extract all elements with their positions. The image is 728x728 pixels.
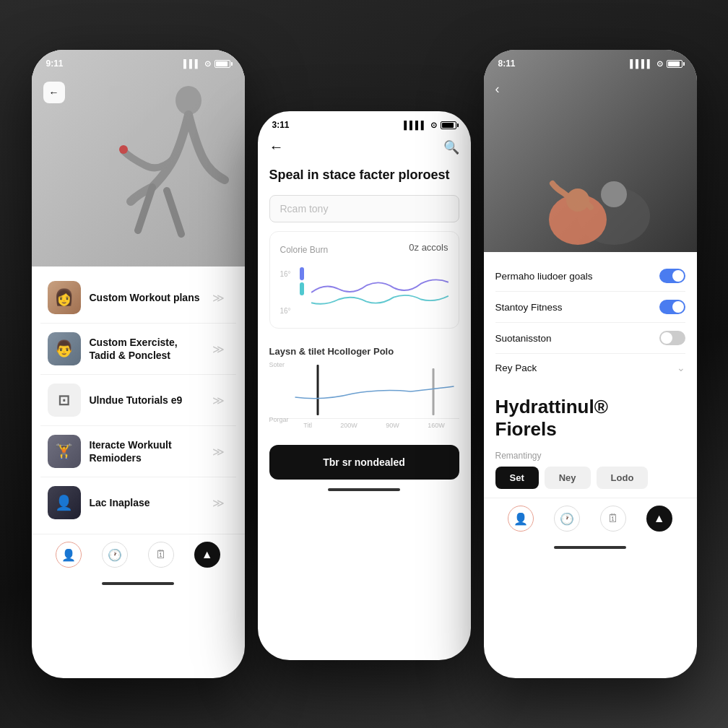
list-text-1: Custom Workout plans <box>90 291 200 304</box>
calorie-label: Colorie Burn <box>280 245 329 255</box>
toggle-row-2[interactable]: Stantoy Fitness <box>495 292 685 323</box>
svg-rect-2 <box>316 365 318 415</box>
toggle-label-4: Rey Pack <box>495 363 537 373</box>
middle-title-block: Speal in stace facter ploroest <box>258 164 471 195</box>
list-item-4[interactable]: 🏋 Iteracte Workuult Remioders ≫ <box>40 426 236 477</box>
phone-middle: 3:11 ▌▌▌▌ ⊙ ← 🔍 Speal in stace facter pl… <box>258 111 471 660</box>
variant-section: Remantingy Set Ney Lodo <box>484 445 697 498</box>
list-text-3: Ulndue Tutorials e9 <box>90 394 200 407</box>
chevron-icon-right: ⌄ <box>677 362 685 373</box>
cta-button[interactable]: Tbr sr nondealed <box>269 445 459 480</box>
bar-chart-container <box>269 361 459 419</box>
gym-people-svg <box>484 93 697 252</box>
chevron-icon-1: ≫ <box>209 287 229 308</box>
list-title-4: Iteracte Workuult Remioders <box>90 438 200 464</box>
variant-btn-ney[interactable]: Ney <box>545 467 591 489</box>
toggle-switch-2[interactable] <box>659 300 685 314</box>
x-labels: Titl 200W 90W 160W <box>269 422 459 429</box>
toggle-label-2: Stantoy Fitness <box>495 302 563 313</box>
line-chart <box>311 267 448 318</box>
toggle-row-1[interactable]: Permaho liudoer goals <box>495 261 685 292</box>
section-title-block: Laysn & tilet Hcolloger Polo <box>258 340 471 361</box>
home-indicator-middle <box>258 488 471 494</box>
status-icons-right: ▌▌▌▌ ⊙ <box>630 59 682 69</box>
avatar-3: ⊡ <box>48 384 81 417</box>
status-bar-middle: 3:11 ▌▌▌▌ ⊙ <box>258 111 471 133</box>
list-text-4: Iteracte Workuult Remioders <box>90 438 200 464</box>
chevron-icon-2: ≫ <box>209 339 229 359</box>
status-icons-left: ▌▌▌ ⊙ <box>183 59 230 69</box>
list-title-1: Custom Workout plans <box>90 291 200 304</box>
wifi-icon-right: ⊙ <box>656 59 663 69</box>
avatar-2: 👨 <box>48 332 81 365</box>
toggle-row-3[interactable]: Suotanisston <box>495 323 685 354</box>
middle-title: Speal in stace facter ploroest <box>269 167 459 183</box>
search-field-middle[interactable]: Rcam tony <box>269 195 459 222</box>
svg-point-5 <box>601 181 627 207</box>
toggle-switch-3[interactable] <box>659 331 685 345</box>
status-icons-middle: ▌▌▌▌ ⊙ <box>404 121 456 130</box>
avatar-1: 👩 <box>48 281 81 314</box>
list-item-3[interactable]: ⊡ Ulndue Tutorials e9 ≫ <box>40 375 236 426</box>
list-text-5: Lac Inaplase <box>90 496 200 509</box>
avatar-5: 👤 <box>48 486 81 519</box>
calorie-value: 0z accols <box>409 242 448 253</box>
bottom-nav-right: 👤 🕐 🗓 ▲ <box>484 498 697 546</box>
back-button-left[interactable]: ← <box>43 82 65 103</box>
bottom-nav-left: 👤 🕐 🗓 ▲ <box>32 534 245 582</box>
nav-history-right[interactable]: 🕐 <box>554 506 580 532</box>
avatar-4: 🏋 <box>48 435 81 468</box>
nav-calendar-right[interactable]: 🗓 <box>600 506 626 532</box>
bar-label-setter: Soter <box>269 361 285 368</box>
middle-header: ← 🔍 <box>258 133 471 164</box>
battery-icon-middle <box>441 121 456 129</box>
toggle-row-4[interactable]: Rey Pack ⌄ <box>495 354 685 381</box>
bar-line-chart <box>290 361 459 419</box>
phone-left: 9:11 ▌▌▌ ⊙ ← 👩 Custom Workout plans <box>32 50 245 678</box>
hero-image-left: 9:11 ▌▌▌ ⊙ ← <box>32 50 245 266</box>
nav-up-left[interactable]: ▲ <box>194 542 220 568</box>
bar-cyan <box>300 282 304 295</box>
list-item-1[interactable]: 👩 Custom Workout plans ≫ <box>40 272 236 324</box>
toggle-switch-1[interactable] <box>659 269 685 283</box>
hero-image-right: 8:11 ▌▌▌▌ ⊙ ‹ <box>484 50 697 252</box>
list-section-left: 👩 Custom Workout plans ≫ 👨 Custom Exerci… <box>32 266 245 534</box>
nav-calendar-left[interactable]: 🗓 <box>148 542 174 568</box>
time-left: 9:11 <box>46 58 64 69</box>
calorie-chart-section: Colorie Burn 0z accols 16° 16° <box>269 231 459 329</box>
svg-point-1 <box>119 145 128 154</box>
bar-blue <box>300 267 304 280</box>
home-indicator-left <box>32 582 245 588</box>
status-bar-left: 9:11 ▌▌▌ ⊙ <box>32 50 245 72</box>
nav-history-left[interactable]: 🕐 <box>102 542 128 568</box>
list-item-2[interactable]: 👨 Custom Exerciste, Tadid & Ponclest ≫ <box>40 324 236 375</box>
toggle-list: Permaho liudoer goals Stantoy Fitness Su… <box>484 252 697 386</box>
signal-icon-left: ▌▌▌ <box>183 59 200 68</box>
battery-icon-right <box>667 60 682 68</box>
nav-up-right[interactable]: ▲ <box>646 506 672 532</box>
variant-buttons: Set Ney Lodo <box>495 467 685 489</box>
wifi-icon-left: ⊙ <box>204 59 211 69</box>
time-right: 8:11 <box>498 58 516 69</box>
svg-rect-3 <box>432 368 434 415</box>
chevron-icon-3: ≫ <box>209 390 229 410</box>
variant-btn-set[interactable]: Set <box>495 467 539 489</box>
product-name: Hydrattinul® Fiorels <box>495 396 685 441</box>
bar-chart-section: Soter Porgar Titl 200W 90W 160W <box>269 361 459 433</box>
product-name-block: Hydrattinul® Fiorels <box>484 386 697 445</box>
toggle-label-1: Permaho liudoer goals <box>495 271 593 282</box>
phone-right: 8:11 ▌▌▌▌ ⊙ ‹ Permaho liudoer goals Stan… <box>484 50 697 678</box>
toggle-label-3: Suotanisston <box>495 333 552 344</box>
nav-profile-right[interactable]: 👤 <box>508 506 534 532</box>
list-item-5[interactable]: 👤 Lac Inaplase ≫ <box>40 477 236 528</box>
bar-label-porter: Porgar <box>269 416 289 423</box>
time-middle: 3:11 <box>272 120 290 130</box>
back-button-right[interactable]: ‹ <box>495 82 500 97</box>
wifi-icon-middle: ⊙ <box>430 121 437 130</box>
search-icon-middle[interactable]: 🔍 <box>443 139 459 155</box>
variant-btn-lodo[interactable]: Lodo <box>597 467 649 489</box>
variant-label: Remantingy <box>495 451 685 461</box>
back-arrow-middle[interactable]: ← <box>269 139 284 155</box>
signal-icon-right: ▌▌▌▌ <box>630 59 652 68</box>
nav-profile-left[interactable]: 👤 <box>56 542 82 568</box>
